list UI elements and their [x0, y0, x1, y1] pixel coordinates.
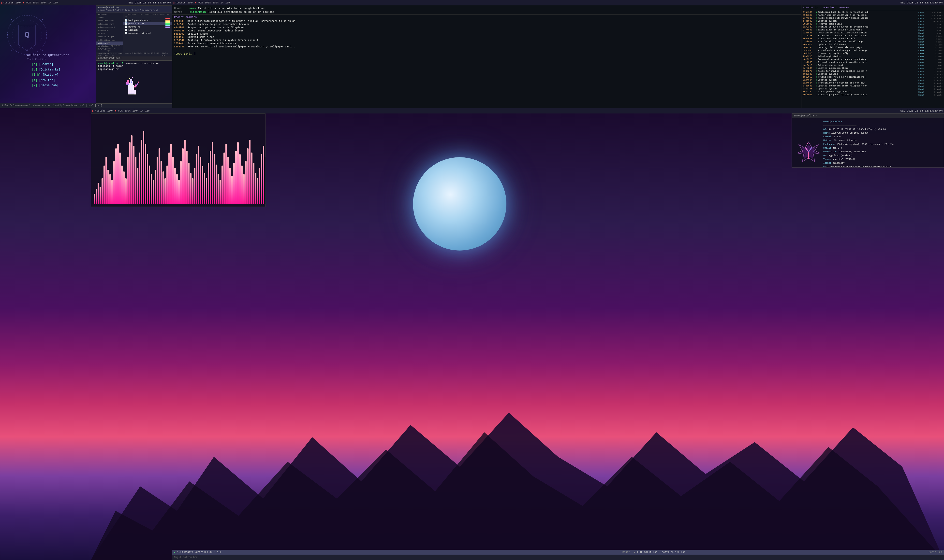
audio-bar: [202, 166, 203, 204]
audio-bar: [174, 168, 176, 204]
commits-right-row: 4988198 ○ Ranger dnd optimization + qb f…: [802, 14, 943, 17]
fm-shortcut-flock: f-lock selenized-light: [96, 39, 123, 44]
commits-right-row: 5a946a4 ○ Updated system Emmet 2 weeks: [802, 78, 943, 82]
fm-selenized1: selenized-dark: [96, 19, 123, 22]
nf-body: emmet@snowfire ─────────────────────────…: [792, 118, 944, 168]
fm-file-polarity[interactable]: 📄 polarity.txt: [123, 22, 172, 25]
audio-bar: [117, 144, 119, 204]
magit-statusbar-left: ● 1.0k magit: .dotfiles 32:0 All Magit: [172, 550, 632, 555]
nf-cpu: CPU: AMD Ryzen 9 5900HX with Radeon Grap…: [823, 165, 942, 168]
audio-bar: [168, 152, 170, 204]
audio-bar: [119, 152, 121, 204]
shortcut-lr-label: lr-.nix: [97, 45, 106, 47]
svg-point-13: [42, 49, 43, 51]
git-commits-list: dee0888 main gitea/main gitlab/main gith…: [174, 20, 799, 48]
commit-bullet: ○: [816, 76, 817, 78]
right-commit-time: 1 week: [928, 47, 942, 49]
right-commit-hash: 0e3b8c8: [803, 43, 815, 46]
right-commit-msg: Updated uwunicorn theme wallpaper for: [818, 85, 918, 87]
fm-header: emmet@snowfire: /home/emmet/.dotfiles/th…: [96, 6, 172, 13]
fm-shortcuts: f-lock selenized-light lr-.nix spaceduck…: [96, 39, 123, 52]
nf-packages: Packages: 1303 (nix-system), 2702 (nix-u…: [823, 143, 942, 146]
statusbar-time-left: Sat 2023-11-04 02:13:20 PM: [128, 1, 171, 4]
audio-bar: [227, 157, 229, 205]
commit-hash: 277440c: [174, 42, 188, 45]
svg-rect-23: [126, 82, 129, 84]
qute-menu-search[interactable]: [o] [Search]: [32, 62, 60, 67]
right-commit-author: Emmet: [918, 26, 928, 28]
right-commit-hash: d4f6ee8: [803, 64, 815, 66]
todos-section: TODOs (14)_: [172, 49, 801, 57]
right-commit-author: Emmet: [918, 73, 928, 75]
right-commit-hash: 3a6b938: [803, 49, 815, 52]
license-name: LICENSE: [128, 29, 138, 31]
nf-kernel: Kernel: 6.5.9: [823, 135, 942, 139]
sb-bottom-p1: 100% ■: [108, 109, 116, 112]
license-icon: 📄: [125, 29, 127, 31]
right-commit-time: 2 weeks: [928, 82, 942, 84]
commit-bullet: ○: [816, 64, 817, 66]
audio-bar: [108, 170, 109, 204]
fm-file-license[interactable]: 📄 LICENSE: [123, 29, 172, 32]
fm-file-bg256[interactable]: 📄 background256.txt: [123, 19, 172, 22]
right-commit-time: 2 weeks: [928, 67, 942, 69]
commit-bullet: ○: [816, 67, 817, 69]
fm-file-yaml[interactable]: 📄 uwunicorn-yt.yaml: [123, 32, 172, 35]
magit-statusbar-right: ● 1.1k magit-log: .dotfiles 1:0 Top Magi…: [632, 550, 944, 555]
color-bar: [165, 18, 170, 28]
fm-file-readme[interactable]: 📄 README.md: [123, 25, 172, 29]
audio-bar: [110, 174, 111, 205]
commit-bullet: ○: [816, 29, 817, 31]
commit-bullet: ○: [816, 70, 817, 72]
qute-menu-newtab[interactable]: [t] [New tab]: [32, 78, 60, 83]
right-commit-hash: b3c77d8: [803, 88, 815, 90]
file-icon: 📄: [125, 19, 127, 22]
qute-menu-history[interactable]: [S-h] [History]: [32, 72, 60, 78]
head-message: Fixed all screenshots to be on gh backen…: [198, 7, 265, 10]
commits-right-row: c80d318 ○ Cleaned up magit config Emmet …: [802, 52, 943, 55]
audio-bar: [190, 173, 191, 204]
commits-right-row: 3d51c38 ○ Fixes qemu user session uefi E…: [802, 37, 943, 40]
qute-menu-quickmarks[interactable]: [b] [Quickmarks]: [32, 67, 60, 73]
commits-title: Commits in --branches --remotes: [801, 5, 944, 10]
audio-bar: [224, 152, 225, 204]
svg-rect-31: [132, 77, 133, 78]
qute-menu-closetab[interactable]: [x] [Close tab]: [32, 83, 60, 88]
audio-bar: [237, 142, 239, 204]
right-commit-hash: 995d638: [803, 23, 815, 25]
svg-rect-32: [128, 94, 130, 95]
commit-msg: Switching back to gh as screenshot backe…: [188, 23, 799, 26]
qute-statusbar-text: file:///home/emmet/../browser/Tech/confi…: [2, 105, 102, 107]
merge-label: Merge:: [174, 11, 188, 14]
fm-theme-item: theme: [96, 16, 123, 19]
commits-right-row: c70f948 ○ Fix for nix parser on install.…: [802, 40, 943, 43]
right-commit-author: Emmet: [918, 55, 928, 58]
nf-host: Host: ASUS7EM COMPUTER INC. G513QY: [823, 131, 942, 135]
right-commit-time: 1 day: [928, 23, 942, 25]
right-commit-msg: Extra detail on adding unstable chann: [818, 35, 918, 37]
cursor-blink: [195, 52, 195, 55]
statusbar-perf3-r: 100%: [205, 2, 211, 4]
right-commit-msg: Testing if auto-cpufreq is system frez: [818, 26, 918, 28]
right-commit-hash: 5a946a4: [803, 82, 815, 84]
yt-icon: ▶: [2, 1, 3, 5]
commit-bullet: ○: [816, 58, 817, 61]
nf-theme: Theme: adw-gtk3 [GTK2/3]: [823, 158, 942, 162]
right-commit-time: 1 week: [928, 44, 942, 46]
commit-msg: Testing if auto-cpufreq is system freeze…: [188, 39, 799, 42]
right-commit-hash: 4988198: [803, 14, 815, 17]
right-commit-author: Emmet: [918, 94, 928, 96]
commits-right-row: c7f0148 ○ Extra detail on adding unstabl…: [802, 34, 943, 37]
commit-bullet: ○: [816, 85, 817, 87]
svg-point-7: [7, 34, 8, 35]
yaml-icon: 📄: [125, 32, 127, 35]
audio-bar: [222, 166, 223, 205]
audio-bar: [196, 154, 197, 204]
fm-selenized3: selenized-light: [96, 26, 123, 29]
right-commit-time: 1 day: [928, 29, 942, 31]
audio-bar: [165, 178, 166, 204]
right-commit-hash: 5a946a4: [803, 79, 815, 81]
audio-bar: [145, 144, 146, 204]
commits-right-row: e79d038 ○ Updated system Emmet 18 hours: [802, 20, 943, 23]
qute-logo-area: · · · · · Q: [5, 13, 49, 58]
